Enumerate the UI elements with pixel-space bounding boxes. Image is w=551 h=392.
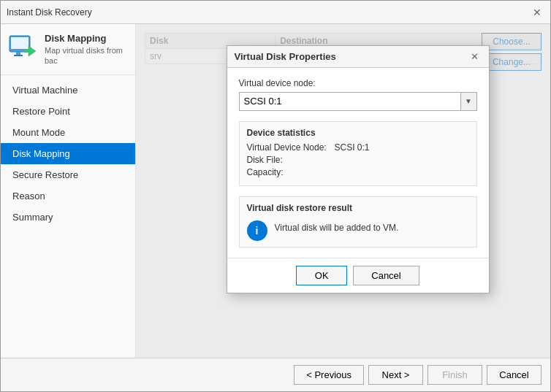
finish-button: Finish (428, 365, 482, 385)
modal-title: Virtual Disk Properties (235, 51, 468, 62)
stats-row-file: Disk File: (247, 155, 469, 165)
restore-result-title: Virtual disk restore result (247, 203, 469, 213)
sidebar-item-reason[interactable]: Reason (1, 185, 135, 207)
sidebar-title: Disk Mapping (45, 33, 128, 44)
previous-button[interactable]: < Previous (294, 365, 364, 385)
title-bar: Instant Disk Recovery ✕ (1, 1, 550, 24)
content-area: Disk Mapping Map virtual disks from bac … (1, 24, 550, 358)
info-message: Virtual disk will be added to VM. (275, 219, 399, 233)
disk-icon (8, 33, 37, 62)
main-content: Disk Destination srv Choose... Change. (136, 24, 550, 358)
sidebar: Disk Mapping Map virtual disks from bac … (1, 24, 136, 358)
sidebar-item-restore-point[interactable]: Restore Point (1, 101, 135, 122)
svg-rect-3 (14, 55, 23, 56)
device-statistics-title: Device statistics (247, 128, 469, 138)
device-statistics-section: Device statistics Virtual Device Node: S… (239, 121, 477, 186)
virtual-disk-properties-modal: Virtual Disk Properties ✕ Virtual device… (227, 45, 490, 293)
modal-title-bar: Virtual Disk Properties ✕ (227, 46, 489, 68)
sidebar-nav: Virtual Machine Restore Point Mount Mode… (1, 75, 135, 232)
info-row: i Virtual disk will be added to VM. (247, 219, 469, 241)
stats-row-node: Virtual Device Node: SCSI 0:1 (247, 142, 469, 153)
modal-footer: OK Cancel (227, 258, 489, 293)
svg-rect-1 (11, 37, 28, 49)
sidebar-item-secure-restore[interactable]: Secure Restore (1, 164, 135, 185)
cancel-button[interactable]: Cancel (487, 365, 542, 385)
sidebar-header: Disk Mapping Map virtual disks from bac (1, 24, 135, 75)
restore-result-section: Virtual disk restore result i Virtual di… (239, 196, 477, 247)
stats-value-node: SCSI 0:1 (335, 142, 370, 153)
select-row: SCSI 0:1 ▼ (239, 92, 477, 111)
stats-label-capacity: Capacity: (247, 167, 335, 177)
svg-rect-2 (16, 52, 20, 55)
stats-label-node: Virtual Device Node: (247, 142, 335, 153)
next-button[interactable]: Next > (368, 365, 423, 385)
stats-label-file: Disk File: (247, 155, 335, 165)
sidebar-description: Map virtual disks from bac (45, 45, 128, 66)
sidebar-item-mount-mode[interactable]: Mount Mode (1, 122, 135, 143)
window-close-button[interactable]: ✕ (530, 5, 544, 20)
info-icon: i (247, 220, 267, 241)
window-title: Instant Disk Recovery (7, 7, 530, 18)
sidebar-item-summary[interactable]: Summary (1, 207, 135, 228)
select-arrow-icon: ▼ (461, 92, 477, 111)
modal-body: Virtual device node: SCSI 0:1 ▼ Device s… (227, 68, 489, 258)
modal-ok-button[interactable]: OK (296, 266, 347, 285)
virtual-device-node-label: Virtual device node: (239, 78, 477, 88)
device-node-select[interactable]: SCSI 0:1 (239, 92, 461, 111)
svg-rect-5 (24, 50, 30, 53)
modal-cancel-button[interactable]: Cancel (353, 266, 419, 285)
footer: < Previous Next > Finish Cancel (1, 358, 550, 391)
sidebar-item-virtual-machine[interactable]: Virtual Machine (1, 80, 135, 101)
modal-overlay: Virtual Disk Properties ✕ Virtual device… (136, 24, 550, 358)
stats-row-capacity: Capacity: (247, 167, 469, 177)
main-window: Instant Disk Recovery ✕ (0, 0, 551, 392)
sidebar-header-text: Disk Mapping Map virtual disks from bac (45, 33, 128, 66)
sidebar-item-disk-mapping[interactable]: Disk Mapping (1, 143, 135, 164)
modal-close-button[interactable]: ✕ (468, 50, 482, 63)
